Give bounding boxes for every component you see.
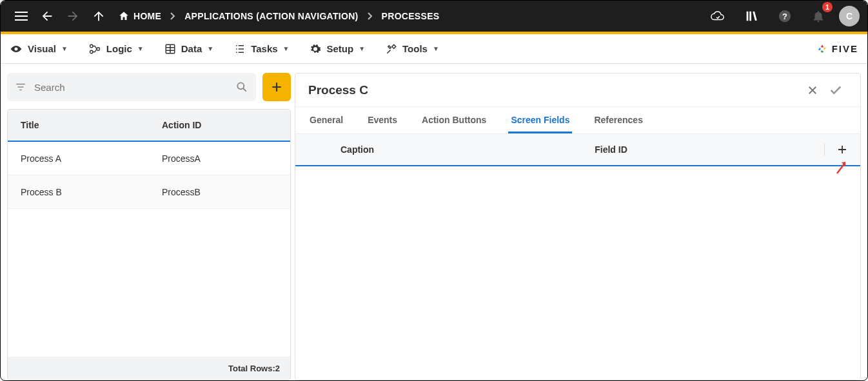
plus-icon xyxy=(836,144,848,155)
svg-point-3 xyxy=(90,50,93,54)
menu-data-label: Data xyxy=(181,43,202,54)
breadcrumb-processes-label: PROCESSES xyxy=(382,11,440,21)
chevron-right-icon xyxy=(361,12,379,20)
chevron-down-icon: ▼ xyxy=(433,45,439,52)
menu-tasks-label: Tasks xyxy=(251,43,277,54)
menu-logic-label: Logic xyxy=(106,43,132,54)
col-field-id[interactable]: Field ID xyxy=(582,144,807,155)
tab-events[interactable]: Events xyxy=(365,108,400,133)
brand-logo: FIVE xyxy=(816,43,858,55)
svg-text:?: ? xyxy=(782,12,787,21)
menu-tasks[interactable]: Tasks ▼ xyxy=(234,43,289,55)
gear-icon xyxy=(310,43,321,55)
back-button[interactable] xyxy=(35,5,59,28)
close-icon xyxy=(807,84,818,96)
list-col-action[interactable]: Action ID xyxy=(149,120,290,130)
save-button[interactable] xyxy=(824,79,847,102)
breadcrumb-home[interactable]: HOME xyxy=(115,10,164,22)
breadcrumb: HOME APPLICATIONS (ACTION NAVIGATION) PR… xyxy=(115,10,442,22)
search-box[interactable] xyxy=(7,73,256,101)
forward-button xyxy=(61,5,84,28)
add-button[interactable] xyxy=(262,73,291,101)
chevron-down-icon: ▼ xyxy=(283,45,290,52)
total-rows-count: 2 xyxy=(275,364,280,373)
list-header: Title Action ID xyxy=(8,110,290,142)
svg-point-6 xyxy=(237,83,244,89)
col-caption[interactable]: Caption xyxy=(328,144,582,155)
tab-screen-fields[interactable]: Screen Fields xyxy=(508,108,572,133)
tasks-icon xyxy=(234,43,246,55)
tab-general[interactable]: General xyxy=(307,108,346,133)
detail-panel: Process C General Events Action Buttons … xyxy=(295,73,861,380)
row-title: Process B xyxy=(8,187,149,197)
list-col-title[interactable]: Title xyxy=(8,120,149,130)
process-list: Title Action ID Process A ProcessA Proce… xyxy=(7,109,291,380)
tab-references[interactable]: References xyxy=(591,108,646,133)
cloud-icon[interactable] xyxy=(706,5,729,28)
chevron-down-icon: ▼ xyxy=(61,45,68,52)
menu-data[interactable]: Data ▼ xyxy=(164,43,213,55)
menu-setup-label: Setup xyxy=(326,43,353,54)
breadcrumb-applications[interactable]: APPLICATIONS (ACTION NAVIGATION) xyxy=(182,11,360,21)
bell-icon xyxy=(811,9,825,23)
row-title: Process A xyxy=(8,153,149,164)
notifications-button[interactable]: 1 xyxy=(807,5,830,28)
screen-fields-header: Caption Field ID xyxy=(295,134,860,166)
avatar[interactable]: C xyxy=(839,6,860,26)
breadcrumb-home-label: HOME xyxy=(133,11,161,21)
main-toolbar: Visual ▼ Logic ▼ Data ▼ Tasks ▼ Setup ▼ … xyxy=(1,34,867,64)
chevron-down-icon: ▼ xyxy=(137,45,144,52)
list-row[interactable]: Process B ProcessB xyxy=(8,175,290,209)
eye-icon xyxy=(10,44,23,54)
check-icon xyxy=(829,83,843,97)
five-logo-icon xyxy=(816,43,828,55)
home-icon xyxy=(118,10,130,22)
plus-icon xyxy=(270,81,283,93)
library-icon[interactable] xyxy=(740,5,763,28)
menu-visual[interactable]: Visual ▼ xyxy=(10,43,68,54)
chevron-down-icon: ▼ xyxy=(359,45,365,52)
menu-logic[interactable]: Logic ▼ xyxy=(88,43,144,55)
up-button[interactable] xyxy=(87,5,110,28)
detail-title: Process C xyxy=(308,83,368,97)
close-button[interactable] xyxy=(801,79,824,102)
tab-action-buttons[interactable]: Action Buttons xyxy=(419,108,489,133)
avatar-letter: C xyxy=(846,11,853,21)
search-icon[interactable] xyxy=(235,81,248,93)
tools-icon xyxy=(386,43,397,55)
table-icon xyxy=(164,43,176,55)
notifications-badge: 1 xyxy=(822,2,833,12)
brand-text: FIVE xyxy=(832,43,858,54)
help-icon[interactable]: ? xyxy=(773,5,796,28)
logic-icon xyxy=(88,43,101,55)
list-footer: Total Rows: 2 xyxy=(8,357,290,380)
menu-tools-label: Tools xyxy=(402,43,428,54)
breadcrumb-applications-label: APPLICATIONS (ACTION NAVIGATION) xyxy=(184,11,358,21)
breadcrumb-processes[interactable]: PROCESSES xyxy=(379,11,442,21)
search-input[interactable] xyxy=(33,81,229,93)
menu-visual-label: Visual xyxy=(28,43,56,54)
row-action-id: ProcessB xyxy=(149,187,290,197)
svg-point-2 xyxy=(90,44,93,48)
svg-point-4 xyxy=(97,47,100,50)
chevron-right-icon xyxy=(164,12,182,20)
hamburger-icon[interactable] xyxy=(10,5,33,28)
row-action-id: ProcessA xyxy=(149,153,290,164)
filter-icon xyxy=(15,83,26,92)
menu-setup[interactable]: Setup ▼ xyxy=(310,43,365,55)
add-screen-field-button[interactable] xyxy=(833,141,851,159)
list-row[interactable]: Process A ProcessA xyxy=(8,142,290,175)
chevron-down-icon: ▼ xyxy=(207,45,213,52)
total-rows-label: Total Rows: xyxy=(228,364,275,373)
app-bar: HOME APPLICATIONS (ACTION NAVIGATION) PR… xyxy=(1,1,867,34)
screen-fields-body xyxy=(295,166,860,380)
detail-tabs: General Events Action Buttons Screen Fie… xyxy=(295,107,860,134)
menu-tools[interactable]: Tools ▼ xyxy=(386,43,439,55)
